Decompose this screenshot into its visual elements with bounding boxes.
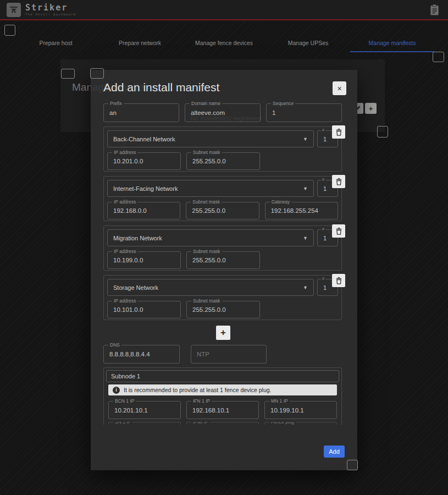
ip-address-input[interactable]	[108, 202, 180, 219]
trash-icon	[335, 277, 342, 284]
ip-address-field[interactable]: IP address	[107, 301, 181, 318]
striker-anvil-logo-icon	[7, 3, 21, 17]
domain-name-field[interactable]: Domain name	[185, 103, 261, 122]
dns-input[interactable]	[104, 345, 179, 363]
marker-square	[4, 25, 15, 36]
clipboard-icon[interactable]	[427, 2, 441, 18]
subnet-mask-field[interactable]: Subnet mask	[186, 152, 260, 170]
tab-bar: Prepare host Prepare network Manage fenc…	[14, 34, 434, 52]
marker-square	[377, 126, 388, 138]
delete-network-button[interactable]	[332, 175, 345, 188]
tab-manage-upses[interactable]: Manage UPSes	[266, 34, 350, 52]
network-type-select[interactable]: Migration Network ▼	[107, 229, 314, 246]
delete-network-button[interactable]	[332, 125, 345, 139]
network-type-value: Storage Network	[113, 284, 158, 291]
ip-address-field[interactable]: IP address	[107, 152, 181, 170]
manifest-header-fields: Prefix Domain name Sequence	[103, 103, 342, 122]
add-manifest-button[interactable]: +	[365, 103, 377, 114]
domain-name-label: Domain name	[190, 101, 222, 106]
chevron-down-icon: ▼	[303, 186, 308, 191]
prefix-input[interactable]	[104, 104, 179, 122]
network-section-sn: Storage Network ▼ # IP address Su	[103, 275, 342, 320]
dns-label: DNS	[108, 342, 121, 348]
delete-network-button[interactable]	[332, 224, 345, 238]
tab-prepare-network[interactable]: Prepare network	[98, 34, 182, 52]
ip-address-label: IP address	[112, 298, 137, 304]
sn1-ip-label: SN 1 IP	[113, 422, 132, 425]
chevron-down-icon: ▼	[303, 136, 308, 142]
ifn1-ip-field[interactable]: IFN 1 IP	[186, 401, 259, 419]
add-manifest-submit-button[interactable]: Add	[324, 446, 345, 458]
ip-address-label: IP address	[112, 199, 137, 205]
ifn1-ip-input[interactable]	[187, 402, 258, 419]
subnode-name-field[interactable]: Subnode 1	[106, 370, 339, 382]
fence-plug-notice: i It is recommended to provide at least …	[108, 384, 337, 395]
add-network-button[interactable]: +	[216, 326, 230, 340]
mn1-ip-field[interactable]: MN 1 IP	[264, 401, 337, 419]
mn1-ip-input[interactable]	[265, 402, 336, 419]
close-icon: ×	[337, 84, 341, 93]
tab-prepare-host[interactable]: Prepare host	[14, 34, 98, 52]
marker-square	[433, 52, 444, 62]
ip-address-field[interactable]: IP address	[107, 202, 180, 219]
marker-square	[61, 69, 75, 79]
ntp-field[interactable]	[191, 345, 267, 364]
network-section-bcn: Back-Channel Network ▼ # IP address	[103, 127, 342, 172]
sequence-input[interactable]	[267, 104, 341, 122]
network-number-label: #	[321, 178, 325, 182]
subnet-mask-input[interactable]	[186, 202, 258, 219]
tab-manage-manifests[interactable]: Manage manifests	[350, 34, 434, 52]
subnet-mask-label: Subnet mask	[191, 249, 222, 254]
network-type-select[interactable]: Storage Network ▼	[107, 279, 314, 296]
add-install-manifest-dialog: Add an install manifest × Prefix Domain …	[91, 70, 357, 470]
network-number-label: #	[321, 128, 325, 132]
subnode-ip-row: BCN 1 IP IFN 1 IP MN 1 IP	[108, 401, 337, 419]
app-subtitle: The Anvil! dashboard	[25, 12, 76, 16]
app-name: Striker	[25, 4, 76, 12]
marker-square	[347, 460, 358, 470]
delete-network-button[interactable]	[332, 274, 345, 287]
subnet-mask-input[interactable]	[187, 301, 259, 318]
info-icon: i	[113, 387, 120, 394]
subnet-mask-input[interactable]	[187, 252, 259, 268]
bcn1-ip-field[interactable]: BCN 1 IP	[108, 401, 181, 419]
ntp-input[interactable]	[191, 345, 266, 363]
chevron-down-icon: ▼	[303, 285, 308, 290]
dialog-title: Add an install manifest	[103, 81, 219, 94]
gateway-field[interactable]: Gateway	[265, 202, 338, 219]
subnet-mask-input[interactable]	[187, 153, 259, 169]
gateway-input[interactable]	[266, 202, 338, 219]
network-type-select[interactable]: Internet-Facing Network ▼	[107, 180, 314, 197]
dns-ntp-row: DNS	[103, 345, 342, 364]
ip-address-input[interactable]	[108, 153, 180, 169]
close-dialog-button[interactable]: ×	[333, 81, 346, 95]
bcn1-ip-label: BCN 1 IP	[113, 398, 136, 404]
fence-plug-label: Fence plug	[269, 422, 296, 425]
network-section-ifn: Internet-Facing Network ▼ # IP address	[103, 176, 342, 221]
chevron-down-icon: ▼	[303, 235, 308, 241]
app-header: Striker The Anvil! dashboard	[0, 0, 448, 20]
ip-address-field[interactable]: IP address	[107, 251, 181, 269]
ifn1-ip-label: IFN 1 IP	[191, 398, 212, 404]
trash-icon	[335, 128, 342, 136]
bcn1-ip-input[interactable]	[109, 402, 180, 419]
clipped-subnode-row: SN 1 IP IPMI IP Fence plug	[108, 422, 337, 425]
sequence-field[interactable]: Sequence	[266, 103, 342, 122]
prefix-field[interactable]: Prefix	[103, 103, 179, 122]
ip-address-input[interactable]	[108, 301, 180, 318]
subnet-mask-field[interactable]: Subnet mask	[186, 301, 260, 318]
prefix-label: Prefix	[108, 101, 124, 106]
subnode-name-value: Subnode 1	[111, 373, 140, 380]
subnode-section: Subnode 1 i It is recommended to provide…	[103, 367, 342, 425]
dns-field[interactable]: DNS	[103, 345, 180, 364]
tab-manage-fence-devices[interactable]: Manage fence devices	[182, 34, 266, 52]
network-type-value: Migration Network	[113, 235, 162, 241]
subnet-mask-field[interactable]: Subnet mask	[186, 251, 260, 269]
ipmi-ip-label: IPMI IP	[191, 422, 210, 425]
ip-address-input[interactable]	[108, 252, 180, 268]
subnet-mask-field[interactable]: Subnet mask	[186, 202, 259, 219]
network-type-select[interactable]: Back-Channel Network ▼	[107, 130, 314, 147]
subnet-mask-label: Subnet mask	[191, 150, 222, 155]
domain-name-input[interactable]	[185, 104, 260, 122]
network-number-label: #	[321, 277, 325, 280]
